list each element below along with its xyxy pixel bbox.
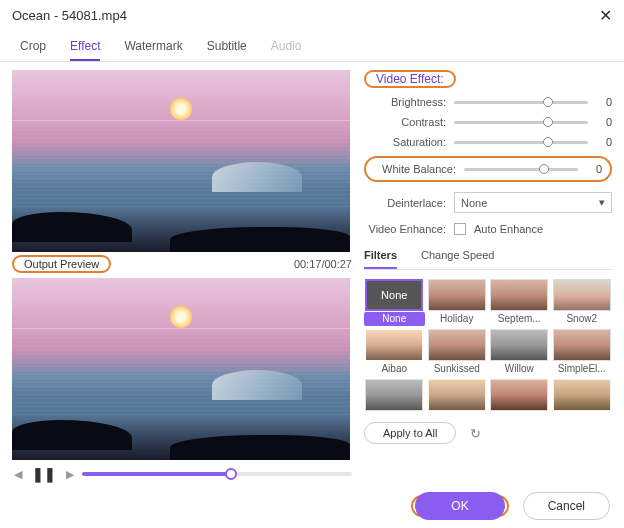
apply-to-all-button[interactable]: Apply to All	[364, 422, 456, 444]
video-effect-heading: Video Effect:	[364, 70, 456, 88]
ok-button[interactable]: OK	[415, 492, 504, 520]
contrast-slider[interactable]	[454, 121, 588, 124]
contrast-value: 0	[596, 116, 612, 128]
filter-sunkissed[interactable]: Sunkissed	[427, 328, 488, 376]
output-preview-label: Output Preview	[12, 255, 111, 273]
tab-subtitle[interactable]: Subtitle	[207, 35, 247, 61]
brightness-value: 0	[596, 96, 612, 108]
tab-watermark[interactable]: Watermark	[124, 35, 182, 61]
chevron-down-icon: ▾	[599, 196, 605, 209]
prev-button[interactable]: ◀	[12, 468, 24, 481]
deinterlace-label: Deinterlace:	[364, 197, 446, 209]
output-preview	[12, 278, 350, 460]
subtab-change-speed[interactable]: Change Speed	[421, 245, 494, 269]
filter-holiday[interactable]: Holiday	[427, 278, 488, 326]
filter-extra-2[interactable]	[427, 378, 488, 412]
filter-september[interactable]: Septem...	[489, 278, 550, 326]
white-balance-label: White Balance:	[374, 163, 456, 175]
tab-audio: Audio	[271, 35, 302, 61]
white-balance-slider[interactable]	[464, 168, 578, 171]
deinterlace-select[interactable]: None ▾	[454, 192, 612, 213]
cancel-button[interactable]: Cancel	[523, 492, 610, 520]
tab-effect[interactable]: Effect	[70, 35, 100, 61]
filter-extra-3[interactable]	[489, 378, 550, 412]
filter-snow2[interactable]: Snow2	[552, 278, 613, 326]
window-title: Ocean - 54081.mp4	[12, 8, 127, 23]
tab-crop[interactable]: Crop	[20, 35, 46, 61]
white-balance-value: 0	[586, 163, 602, 175]
saturation-value: 0	[596, 136, 612, 148]
filter-none[interactable]: NoneNone	[364, 278, 425, 326]
brightness-slider[interactable]	[454, 101, 588, 104]
pause-button[interactable]: ❚❚	[30, 466, 58, 482]
subtab-filters[interactable]: Filters	[364, 245, 397, 269]
time-display: 00:17/00:27	[294, 258, 352, 270]
original-preview	[12, 70, 350, 252]
filter-aibao[interactable]: Aibao	[364, 328, 425, 376]
close-icon[interactable]: ✕	[599, 6, 612, 25]
saturation-label: Saturation:	[364, 136, 446, 148]
filter-extra-4[interactable]	[552, 378, 613, 412]
auto-enhance-checkbox[interactable]	[454, 223, 466, 235]
saturation-slider[interactable]	[454, 141, 588, 144]
refresh-icon[interactable]: ↻	[470, 426, 481, 441]
video-enhance-label: Video Enhance:	[364, 223, 446, 235]
auto-enhance-label: Auto Enhance	[474, 223, 543, 235]
contrast-label: Contrast:	[364, 116, 446, 128]
progress-bar[interactable]	[82, 472, 352, 476]
brightness-label: Brightness:	[364, 96, 446, 108]
filter-willow[interactable]: Willow	[489, 328, 550, 376]
filter-extra-1[interactable]	[364, 378, 425, 412]
next-button[interactable]: ▶	[64, 468, 76, 481]
filter-simpleel[interactable]: SimpleEl...	[552, 328, 613, 376]
